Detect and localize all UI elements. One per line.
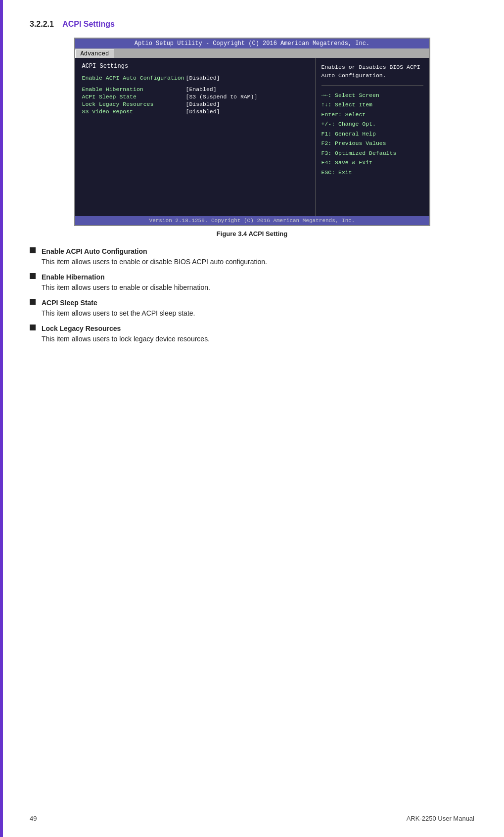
bios-key-line: →←: Select Screen <box>321 91 423 100</box>
bios-item-value: [Disabled] <box>186 108 220 115</box>
bios-footer: Version 2.18.1259. Copyright (C) 2016 Am… <box>75 216 429 225</box>
bios-key-line: F4: Save & Exit <box>321 158 423 168</box>
bios-item-label: ACPI Sleep State <box>82 93 186 100</box>
bios-right-keys: →←: Select Screen↑↓: Select ItemEnter: S… <box>321 91 423 178</box>
bios-item-value: [S3 (Suspend to RAM)] <box>186 93 258 100</box>
product-name: ARK-2250 User Manual <box>407 815 474 822</box>
bios-left-panel: ACPI Settings Enable ACPI Auto Configura… <box>75 58 316 216</box>
bios-tab-advanced: Advanced <box>75 49 115 58</box>
bios-item-value: [Disabled] <box>186 75 220 81</box>
section-title-text: ACPI Settings <box>62 20 115 28</box>
bios-title-bar: Aptio Setup Utility - Copyright (C) 2016… <box>75 39 429 48</box>
bios-key-line: ↑↓: Select Item <box>321 100 423 110</box>
bios-key-line: F1: General Help <box>321 129 423 139</box>
page-footer: 49 ARK-2250 User Manual <box>0 815 504 822</box>
bios-item-row: S3 Video Repost[Disabled] <box>82 108 308 115</box>
bullet-desc: This item allows users to enable or disa… <box>42 257 267 267</box>
bios-item-label: S3 Video Repost <box>82 108 186 115</box>
list-item: Enable ACPI Auto ConfigurationThis item … <box>30 246 474 267</box>
section-title: 3.2.2.1 ACPI Settings <box>30 20 474 29</box>
bios-divider <box>321 85 423 86</box>
bios-item-label: Lock Legacy Resources <box>82 101 186 107</box>
bios-item-label: Enable ACPI Auto Configuration <box>82 75 186 81</box>
bullet-square-icon <box>30 247 36 253</box>
bullet-square-icon <box>30 325 36 330</box>
bios-right-help: Enables or Disables BIOS ACPI Auto Confi… <box>321 63 423 80</box>
bios-key-line: +/-: Change Opt. <box>321 119 423 129</box>
bios-item-row: ACPI Sleep State[S3 (Suspend to RAM)] <box>82 93 308 100</box>
bios-item-spacer <box>82 82 308 86</box>
bullet-desc: This item allows users to enable or disa… <box>42 282 210 293</box>
bios-key-line: F2: Previous Values <box>321 139 423 148</box>
bios-right-panel: Enables or Disables BIOS ACPI Auto Confi… <box>316 58 429 216</box>
bios-item-label: Enable Hibernation <box>82 86 186 93</box>
bullet-desc: This item allows users to set the ACPI s… <box>42 308 195 319</box>
bullet-title: Enable ACPI Auto Configuration <box>42 247 147 255</box>
bios-key-line: Enter: Select <box>321 110 423 120</box>
left-border <box>0 0 3 837</box>
bullet-desc: This item allows users to lock legacy de… <box>42 334 210 344</box>
bullet-title: Enable Hibernation <box>42 273 105 281</box>
bios-left-title: ACPI Settings <box>82 63 308 70</box>
bios-screenshot: Aptio Setup Utility - Copyright (C) 2016… <box>74 38 430 226</box>
list-item: Enable HibernationThis item allows users… <box>30 272 474 293</box>
list-item: Lock Legacy ResourcesThis item allows us… <box>30 324 474 344</box>
bios-items: Enable ACPI Auto Configuration[Disabled]… <box>82 75 308 115</box>
bullet-list: Enable ACPI Auto ConfigurationThis item … <box>30 246 474 344</box>
bullet-title: Lock Legacy Resources <box>42 325 121 332</box>
bios-item-value: [Enabled] <box>186 86 217 93</box>
bios-item-value: [Disabled] <box>186 101 220 107</box>
bios-item-row: Lock Legacy Resources[Disabled] <box>82 101 308 107</box>
list-item: ACPI Sleep StateThis item allows users t… <box>30 298 474 319</box>
bullet-square-icon <box>30 273 36 279</box>
bullet-square-icon <box>30 299 36 305</box>
section-number: 3.2.2.1 <box>30 20 54 28</box>
bios-item-row: Enable Hibernation[Enabled] <box>82 86 308 93</box>
page-number: 49 <box>30 815 37 822</box>
bios-body: ACPI Settings Enable ACPI Auto Configura… <box>75 58 429 216</box>
bios-tab-bar: Advanced <box>75 48 429 58</box>
bullet-title: ACPI Sleep State <box>42 299 97 307</box>
bios-item-row: Enable ACPI Auto Configuration[Disabled] <box>82 75 308 81</box>
bios-key-line: F3: Optimized Defaults <box>321 148 423 158</box>
bios-key-line: ESC: Exit <box>321 168 423 178</box>
figure-caption: Figure 3.4 ACPI Setting <box>30 230 474 237</box>
